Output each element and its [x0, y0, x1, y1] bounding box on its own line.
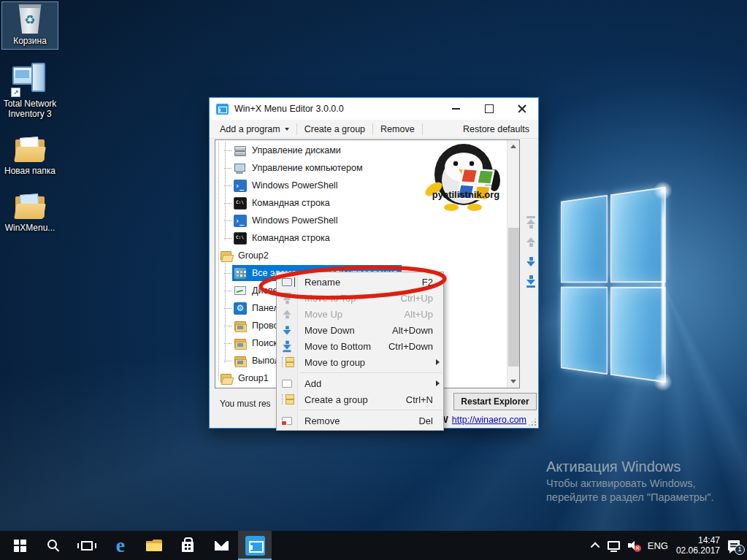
- clock-date: 02.06.2017: [676, 545, 720, 556]
- tree-stub-line: [224, 168, 231, 169]
- tree-item-core: Group2: [218, 248, 273, 264]
- tree-item-label: Управление компьютером: [252, 163, 363, 173]
- tree-stub-line: [224, 185, 231, 186]
- app-icon: [216, 104, 229, 115]
- resize-grip[interactable]: [528, 418, 537, 426]
- folder-paper-icon: [20, 137, 39, 158]
- tree-item-label: Управление дисками: [252, 145, 341, 156]
- winaero-link[interactable]: http://winaero.com: [452, 415, 526, 425]
- add-a-program-label: Add a program: [220, 124, 280, 134]
- tree-item-label: Поиск: [252, 338, 277, 348]
- remove-button[interactable]: Remove: [375, 122, 421, 137]
- tree-stub-line: [224, 203, 231, 204]
- clock[interactable]: 14:47 02.06.2017: [676, 535, 720, 556]
- store-button[interactable]: [171, 531, 204, 560]
- show-hidden-icons-button[interactable]: [590, 542, 599, 551]
- control-panel-icon: [234, 267, 247, 280]
- tree-item-label: Windows PowerShell: [252, 180, 337, 191]
- menu-item-move-to-bottom[interactable]: Move to BottomCtrl+Down: [277, 338, 443, 354]
- mail-icon: [215, 541, 229, 551]
- status-text: You must res: [220, 399, 271, 409]
- file-explorer-icon: [146, 540, 162, 551]
- screen: ♻Корзина↗Total Network Inventory 3Новая …: [0, 0, 747, 560]
- menu-item-shortcut: Ctrl+N: [406, 394, 443, 405]
- menu-item-add[interactable]: Add: [277, 375, 443, 391]
- scrollbar-down-button[interactable]: [507, 375, 519, 388]
- glow-star: [654, 372, 673, 391]
- submenu-arrow-icon: [436, 359, 440, 365]
- move-down-button[interactable]: [524, 254, 538, 269]
- volume-muted-icon[interactable]: [628, 540, 640, 551]
- winx-menu-editor-button[interactable]: [238, 531, 272, 560]
- move-buttons-column: [524, 215, 538, 288]
- tree-item-[interactable]: C:\Командная строка: [215, 229, 506, 247]
- desktop-icon-winx-folder[interactable]: WinXMenu...: [1, 190, 58, 237]
- restart-explorer-button[interactable]: Restart Explorer: [453, 393, 537, 410]
- desktop-icon-new-folder[interactable]: Новая папка: [1, 133, 58, 180]
- recycle-bin-icon: ♻: [18, 4, 42, 34]
- close-button[interactable]: [505, 98, 538, 120]
- rename-icon: [277, 278, 297, 286]
- start-button[interactable]: [3, 531, 37, 560]
- menu-item-label: Move to Top: [304, 293, 356, 304]
- start-icon: [14, 540, 26, 552]
- menu-item-rename[interactable]: RenameF2: [277, 274, 443, 290]
- context-menu: RenameF2Move to TopCtrl+UpMove UpAlt+UpM…: [276, 272, 444, 431]
- action-center-button[interactable]: 1: [728, 540, 740, 551]
- edge-button[interactable]: e: [104, 531, 137, 560]
- menu-item-label: Move to Bottom: [304, 341, 371, 352]
- tree-stub-line: [224, 150, 231, 151]
- scrollbar-thumb[interactable]: [508, 228, 519, 367]
- activation-watermark: Активация Windows Чтобы активировать Win…: [546, 459, 743, 503]
- language-indicator[interactable]: ENG: [648, 540, 668, 551]
- remove-icon: [277, 417, 297, 425]
- minimize-button[interactable]: [440, 98, 472, 120]
- watermark-title: Активация Windows: [546, 459, 743, 475]
- menu-item-label: Move Down: [304, 325, 355, 336]
- tree-stub-line: [224, 343, 231, 344]
- titlebar[interactable]: Win+X Menu Editor 3.0.0.0: [210, 98, 538, 120]
- menu-separator: [299, 372, 442, 373]
- move-to-bottom-button[interactable]: [524, 274, 538, 288]
- remove-label: Remove: [380, 124, 415, 134]
- tree-item-core: C:\Командная строка: [232, 195, 334, 211]
- window-title: Win+X Menu Editor 3.0.0.0: [234, 104, 344, 114]
- computer-management-icon: [234, 162, 247, 174]
- menu-item-shortcut: Alt+Up: [405, 309, 443, 320]
- menu-item-label: Move to group: [304, 357, 365, 368]
- file-explorer-button[interactable]: [137, 531, 171, 560]
- submenu-arrow-icon: [436, 380, 440, 386]
- desktop-icon-label: Total Network Inventory 3: [3, 99, 57, 119]
- restore-defaults-button[interactable]: Restore defaults: [459, 122, 534, 137]
- tree-item-core: Поиск: [232, 335, 282, 351]
- cmd-icon: C:\: [234, 232, 247, 245]
- move-up-button: [524, 234, 538, 249]
- menu-item-move-down[interactable]: Move DownAlt+Down: [277, 322, 443, 338]
- menu-item-shortcut: F2: [422, 277, 443, 288]
- menu-item-label: Rename: [304, 277, 340, 288]
- desktop-icon-recycle-bin[interactable]: ♻Корзина: [1, 1, 58, 50]
- store-icon: [182, 542, 194, 552]
- task-view-icon: [81, 541, 93, 551]
- desktop-icon-total-network-inventory[interactable]: ↗Total Network Inventory 3: [1, 60, 58, 123]
- new-folder-icon: [14, 136, 46, 164]
- powershell-icon: ›_: [234, 180, 247, 192]
- tree-item-core: Прово: [232, 318, 283, 334]
- menu-item-move-to-group[interactable]: Move to group: [277, 354, 443, 370]
- move-up-icon: [277, 310, 297, 319]
- tree-item-label: Group2: [238, 250, 269, 261]
- add-a-program-button[interactable]: Add a program: [214, 122, 295, 137]
- network-icon[interactable]: [608, 541, 620, 550]
- mail-button[interactable]: [204, 531, 238, 560]
- search-button[interactable]: [37, 531, 70, 560]
- maximize-button[interactable]: [472, 98, 505, 120]
- tree-item-group2[interactable]: Group2: [215, 247, 506, 264]
- window-controls: [440, 98, 538, 120]
- menu-item-remove[interactable]: RemoveDel: [277, 413, 443, 429]
- watermark-line2: перейдите в раздел "Параметры".: [546, 491, 743, 503]
- tree-item-core: C:\Командная строка: [232, 230, 334, 246]
- menu-item-create-a-group[interactable]: Create a groupCtrl+N: [277, 391, 443, 407]
- task-view-button[interactable]: [70, 531, 104, 560]
- create-a-group-button[interactable]: Create a group: [299, 122, 371, 137]
- tree-item-core: Управление компьютером: [232, 160, 367, 176]
